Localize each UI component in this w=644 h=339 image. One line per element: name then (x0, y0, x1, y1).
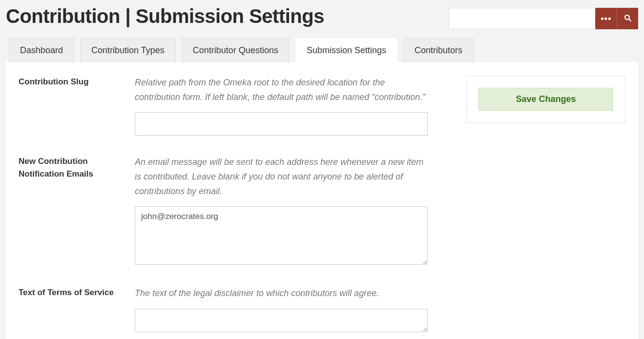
content-panel: Contribution Slug Relative path from the… (6, 62, 638, 339)
tab-submission-settings[interactable]: Submission Settings (295, 38, 397, 62)
desc-terms-of-service: The text of the legal disclaimer to whic… (135, 286, 428, 301)
field-notification-emails: New Contribution Notification Emails An … (19, 155, 434, 267)
tab-contribution-types[interactable]: Contribution Types (80, 38, 176, 62)
tab-dashboard[interactable]: Dashboard (9, 38, 74, 62)
label-notification-emails: New Contribution Notification Emails (19, 155, 135, 180)
desc-contribution-slug: Relative path from the Omeka root to the… (135, 76, 428, 104)
sidebar: Save Changes (466, 76, 625, 123)
input-terms-of-service[interactable] (135, 309, 428, 332)
search-options-button[interactable]: ••• (595, 8, 617, 29)
tab-contributors[interactable]: Contributors (403, 38, 474, 62)
tabs: Dashboard Contribution Types Contributor… (9, 38, 638, 62)
input-contribution-slug[interactable] (135, 112, 428, 136)
field-terms-of-service: Text of Terms of Service The text of the… (19, 286, 434, 334)
search-submit-button[interactable] (617, 8, 638, 29)
svg-point-0 (625, 15, 629, 20)
search-input[interactable] (449, 8, 595, 29)
label-terms-of-service: Text of Terms of Service (19, 286, 135, 299)
save-button[interactable]: Save Changes (478, 88, 613, 111)
search-icon (623, 14, 632, 24)
form: Contribution Slug Relative path from the… (6, 76, 447, 339)
ellipsis-icon: ••• (601, 14, 612, 24)
desc-notification-emails: An email message will be sent to each ad… (135, 155, 428, 199)
search-bar: ••• (449, 8, 638, 29)
field-contribution-slug: Contribution Slug Relative path from the… (19, 76, 434, 136)
input-notification-emails[interactable] (135, 206, 428, 265)
tab-contributor-questions[interactable]: Contributor Questions (182, 38, 290, 62)
label-contribution-slug: Contribution Slug (19, 76, 135, 88)
page-title: Contribution | Submission Settings (6, 5, 324, 27)
svg-line-1 (629, 19, 631, 21)
save-panel: Save Changes (466, 76, 625, 123)
